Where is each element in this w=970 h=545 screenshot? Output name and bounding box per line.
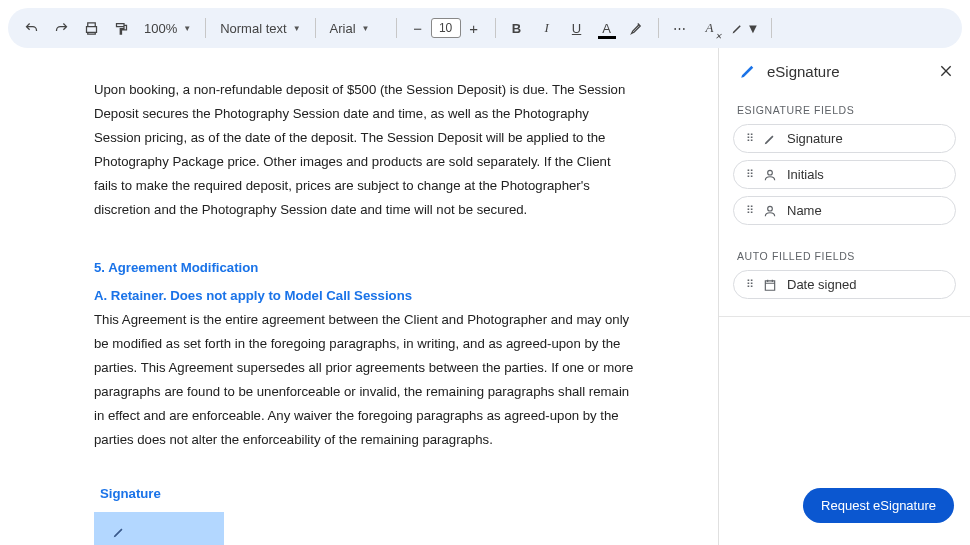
document-page[interactable]: Upon booking, a non-refundable deposit o… xyxy=(24,60,706,545)
style-value: Normal text xyxy=(220,21,286,36)
highlight-button[interactable] xyxy=(624,15,650,41)
field-signature[interactable]: ⠿ Signature xyxy=(733,124,956,153)
field-label: Signature xyxy=(787,131,843,146)
signature-icon xyxy=(739,62,757,80)
paint-format-button[interactable] xyxy=(108,15,134,41)
person-icon xyxy=(763,168,777,182)
signature-field-placeholder[interactable] xyxy=(94,512,224,545)
highlighter-icon xyxy=(629,21,644,36)
signature-pen-icon xyxy=(112,525,126,539)
calendar-icon xyxy=(763,278,777,292)
underline-button[interactable]: U xyxy=(564,15,590,41)
pen-dropdown[interactable]: ▼ xyxy=(727,15,764,41)
undo-icon xyxy=(24,21,39,36)
font-size-input[interactable]: 10 xyxy=(431,18,461,38)
toolbar: 100% ▼ Normal text ▼ Arial ▼ − 10 + B I … xyxy=(8,8,962,48)
font-value: Arial xyxy=(330,21,356,36)
field-label: Date signed xyxy=(787,277,856,292)
print-icon xyxy=(84,21,99,36)
drag-handle-icon: ⠿ xyxy=(746,204,753,217)
divider xyxy=(719,316,970,317)
zoom-value: 100% xyxy=(144,21,177,36)
heading-5: 5. Agreement Modification xyxy=(94,256,636,280)
italic-button[interactable]: I xyxy=(534,15,560,41)
decrease-font-button[interactable]: − xyxy=(405,15,431,41)
bold-button[interactable]: B xyxy=(504,15,530,41)
separator xyxy=(396,18,397,38)
sidebar-header: eSignature xyxy=(719,48,970,90)
close-button[interactable] xyxy=(938,63,954,79)
signature-label: Signature xyxy=(100,482,636,506)
field-date-signed[interactable]: ⠿ Date signed xyxy=(733,270,956,299)
separator xyxy=(658,18,659,38)
subheading-a: A. Retainer. Does not apply to Model Cal… xyxy=(94,284,636,308)
separator xyxy=(495,18,496,38)
clear-format-button[interactable]: A✕ xyxy=(697,15,723,41)
more-button[interactable]: ⋯ xyxy=(667,15,693,41)
sidebar-title: eSignature xyxy=(767,63,928,80)
section-label-auto-fields: AUTO FILLED FIELDS xyxy=(719,232,970,270)
chevron-down-icon: ▼ xyxy=(747,21,760,36)
separator xyxy=(205,18,206,38)
section-label-esig-fields: ESIGNATURE FIELDS xyxy=(719,90,970,124)
chevron-down-icon: ▼ xyxy=(183,24,191,33)
increase-font-button[interactable]: + xyxy=(461,15,487,41)
paragraph: This Agreement is the entire agreement b… xyxy=(94,308,636,452)
document-area: Upon booking, a non-refundable deposit o… xyxy=(0,48,718,545)
esignature-sidebar: eSignature ESIGNATURE FIELDS ⠿ Signature… xyxy=(718,48,970,545)
print-button[interactable] xyxy=(78,15,104,41)
paragraph: Upon booking, a non-refundable deposit o… xyxy=(94,78,636,222)
main: Upon booking, a non-refundable deposit o… xyxy=(0,48,970,545)
field-label: Initials xyxy=(787,167,824,182)
chevron-down-icon: ▼ xyxy=(293,24,301,33)
close-icon xyxy=(938,63,954,79)
field-name[interactable]: ⠿ Name xyxy=(733,196,956,225)
chevron-down-icon: ▼ xyxy=(362,24,370,33)
styles-dropdown[interactable]: Normal text ▼ xyxy=(214,15,306,41)
field-initials[interactable]: ⠿ Initials xyxy=(733,160,956,189)
person-icon xyxy=(763,204,777,218)
separator xyxy=(771,18,772,38)
drag-handle-icon: ⠿ xyxy=(746,278,753,291)
field-label: Name xyxy=(787,203,822,218)
request-esignature-button[interactable]: Request eSignature xyxy=(803,488,954,523)
text-color-button[interactable]: A xyxy=(594,15,620,41)
font-dropdown[interactable]: Arial ▼ xyxy=(324,15,388,41)
paint-roller-icon xyxy=(114,21,129,36)
pen-icon xyxy=(731,22,744,35)
zoom-dropdown[interactable]: 100% ▼ xyxy=(138,15,197,41)
signature-pen-icon xyxy=(763,132,777,146)
separator xyxy=(315,18,316,38)
drag-handle-icon: ⠿ xyxy=(746,168,753,181)
drag-handle-icon: ⠿ xyxy=(746,132,753,145)
undo-button[interactable] xyxy=(18,15,44,41)
redo-icon xyxy=(54,21,69,36)
sidebar-footer: Request eSignature xyxy=(719,488,970,545)
redo-button[interactable] xyxy=(48,15,74,41)
